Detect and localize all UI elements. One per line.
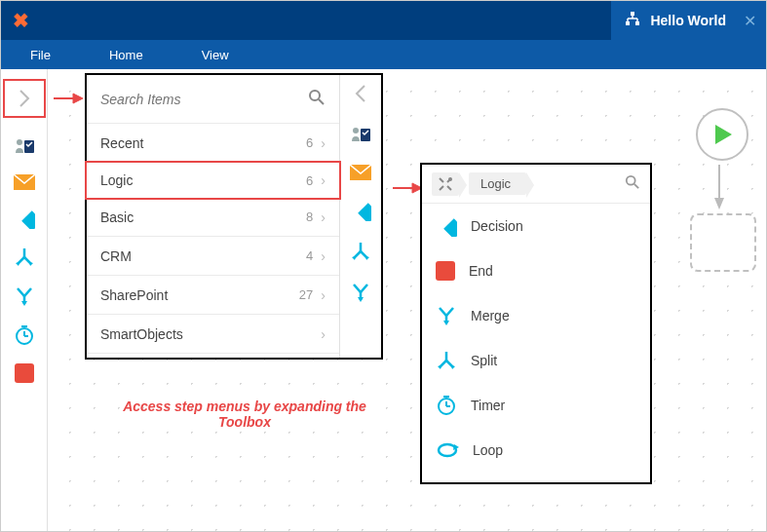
split-icon[interactable] [350, 241, 371, 266]
category-basic[interactable]: Basic8› [87, 198, 339, 237]
svg-point-62 [439, 444, 456, 456]
svg-rect-10 [21, 210, 35, 229]
svg-rect-24 [15, 363, 34, 383]
svg-point-7 [17, 139, 22, 145]
svg-marker-66 [714, 198, 724, 209]
svg-point-45 [627, 175, 635, 184]
end-icon [436, 261, 455, 281]
annotation-text: Access step menus by expanding the Toolb… [118, 399, 371, 430]
step-merge[interactable]: Merge [422, 293, 650, 338]
step-decision[interactable]: Decision [422, 204, 650, 248]
toolbox-panel: Recent6› Logic6› Basic8› CRM4› SharePoin… [85, 73, 383, 360]
step-loop[interactable]: Loop [422, 428, 650, 473]
timer-icon [436, 395, 457, 416]
svg-marker-52 [443, 321, 449, 325]
ribbon-view[interactable]: View [202, 48, 229, 62]
svg-marker-26 [73, 94, 83, 103]
annotation-arrow-1 [54, 91, 83, 106]
start-node[interactable] [696, 108, 748, 161]
svg-rect-23 [21, 325, 27, 327]
svg-point-44 [448, 177, 452, 181]
step-end[interactable]: End [422, 248, 650, 293]
svg-marker-19 [21, 301, 27, 306]
clipboard-person-icon[interactable] [350, 124, 371, 149]
close-tab-icon[interactable]: ✕ [744, 12, 756, 30]
svg-line-28 [319, 99, 324, 104]
diamond-icon[interactable] [14, 208, 35, 229]
search-input[interactable] [100, 92, 308, 107]
toolbox-panel-iconbar [340, 75, 381, 358]
toolbox-search-row [87, 75, 339, 124]
expand-toolbox-button[interactable] [3, 79, 46, 118]
chevron-right-icon [18, 88, 31, 109]
svg-line-38 [354, 285, 361, 292]
play-icon [709, 122, 735, 147]
chevron-right-icon: › [321, 326, 326, 342]
svg-marker-56 [438, 365, 441, 369]
toolbox-sidebar [1, 69, 48, 532]
svg-rect-61 [443, 396, 449, 398]
svg-marker-14 [16, 262, 19, 266]
document-tab[interactable]: Hello World ✕ [611, 1, 766, 40]
svg-marker-41 [358, 297, 364, 302]
search-icon[interactable] [308, 89, 326, 110]
logic-items-panel: Logic Decision End Merge Split Timer Loo… [420, 163, 652, 484]
step-timer[interactable]: Timer [422, 383, 650, 428]
ribbon: File Home View [1, 40, 766, 69]
svg-line-39 [361, 285, 367, 292]
end-icon[interactable] [15, 363, 34, 383]
svg-line-49 [440, 308, 446, 316]
merge-icon[interactable] [350, 282, 371, 307]
svg-rect-1 [626, 21, 630, 25]
split-icon [436, 350, 457, 371]
timer-icon[interactable] [14, 324, 35, 346]
svg-point-27 [310, 91, 320, 100]
category-recent[interactable]: Recent6› [87, 124, 339, 163]
category-crm[interactable]: CRM4› [87, 237, 339, 276]
svg-marker-37 [365, 256, 369, 260]
merge-icon [436, 305, 457, 326]
chevron-right-icon: › [321, 248, 326, 264]
diamond-icon[interactable] [350, 200, 371, 225]
svg-rect-8 [24, 140, 34, 153]
annotation-arrow-2 [393, 180, 422, 196]
svg-rect-32 [358, 203, 371, 221]
svg-rect-48 [436, 261, 455, 281]
svg-line-46 [634, 183, 638, 187]
category-smartobjects[interactable]: SmartObjects› [87, 315, 339, 354]
svg-marker-64 [715, 125, 732, 144]
breadcrumb-logic[interactable]: Logic [469, 172, 526, 195]
chevron-right-icon: › [321, 172, 326, 188]
toolbox-categories: Recent6› Logic6› Basic8› CRM4› SharePoin… [87, 75, 340, 358]
ribbon-file[interactable]: File [30, 48, 51, 62]
loop-icon [436, 440, 459, 460]
svg-marker-57 [451, 365, 455, 369]
merge-icon[interactable] [14, 285, 35, 307]
category-logic[interactable]: Logic6› [85, 161, 341, 200]
ribbon-home[interactable]: Home [109, 48, 143, 62]
workflow-icon [625, 12, 640, 30]
document-title: Hello World [650, 13, 726, 28]
svg-line-16 [18, 288, 24, 296]
collapse-toolbox-button[interactable] [354, 83, 367, 108]
tools-icon [438, 176, 453, 192]
svg-line-50 [446, 308, 453, 316]
envelope-icon[interactable] [14, 174, 35, 190]
app-close-icon[interactable]: ✖ [13, 9, 29, 32]
svg-line-17 [24, 288, 31, 296]
svg-marker-15 [29, 262, 33, 266]
placeholder-node[interactable] [690, 213, 756, 272]
clipboard-person-icon[interactable] [14, 135, 35, 157]
logic-panel-header: Logic [422, 165, 650, 204]
envelope-icon[interactable] [350, 165, 371, 184]
svg-point-29 [353, 128, 359, 133]
connector-arrow [713, 165, 725, 209]
svg-rect-2 [635, 21, 639, 25]
split-icon[interactable] [14, 247, 35, 268]
category-sharepoint[interactable]: SharePoint27› [87, 276, 339, 315]
titlebar: ✖ Hello World ✕ [1, 1, 766, 40]
chevron-right-icon: › [321, 209, 326, 225]
search-icon[interactable] [625, 174, 640, 194]
breadcrumb-root[interactable] [432, 172, 459, 196]
step-split[interactable]: Split [422, 338, 650, 383]
